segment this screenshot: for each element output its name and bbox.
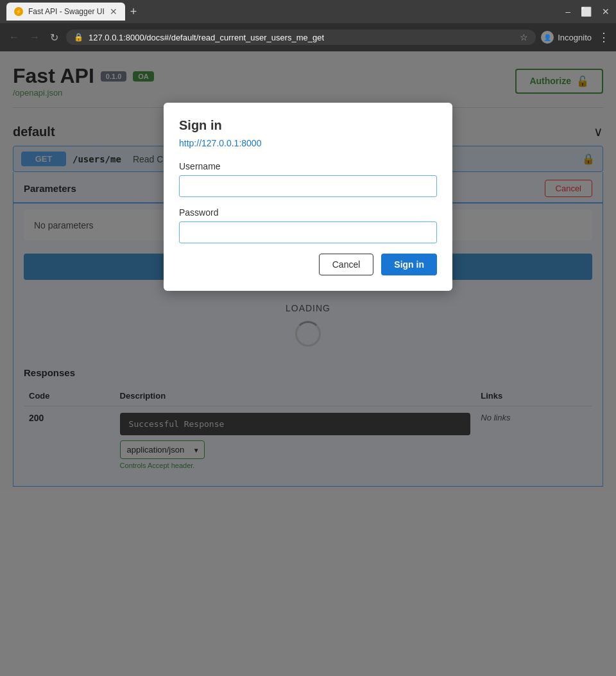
tab-title: Fast API - Swagger UI (28, 7, 105, 16)
modal-actions: Cancel Sign in (179, 254, 437, 275)
incognito-icon: 👤 (541, 31, 554, 44)
page-content: Fast API 0.1.0 OA /openapi.json Authoriz… (0, 51, 616, 676)
username-input[interactable] (179, 175, 437, 197)
username-label: Username (179, 161, 437, 171)
incognito-label: Incognito (558, 33, 592, 42)
new-tab-button[interactable]: + (130, 5, 137, 19)
incognito-area: 👤 Incognito ⋮ (541, 30, 610, 44)
modal-cancel-button[interactable]: Cancel (319, 254, 374, 275)
browser-chrome: ⚡ Fast API - Swagger UI ✕ + – ⬜ ✕ ← → ↻ … (0, 0, 616, 51)
maximize-button[interactable]: ⬜ (581, 6, 592, 17)
window-controls: – ⬜ ✕ (565, 6, 610, 17)
modal-title: Sign in (179, 118, 437, 133)
browser-tab[interactable]: ⚡ Fast API - Swagger UI ✕ (6, 3, 125, 21)
username-field: Username (179, 161, 437, 197)
modal-overlay: Sign in http://127.0.0.1:8000 Username P… (0, 51, 616, 676)
tab-close-button[interactable]: ✕ (110, 6, 117, 17)
forward-button[interactable]: → (27, 29, 42, 46)
password-input[interactable] (179, 221, 437, 243)
address-bar: ← → ↻ 🔒 127.0.0.1:8000/docs#/default/rea… (0, 23, 616, 51)
back-button[interactable]: ← (6, 29, 22, 46)
modal-url: http://127.0.0.1:8000 (179, 138, 437, 148)
address-lock-icon: 🔒 (74, 33, 83, 42)
modal-signin-button[interactable]: Sign in (381, 254, 437, 275)
close-window-button[interactable]: ✕ (602, 6, 610, 17)
browser-menu-button[interactable]: ⋮ (598, 30, 610, 44)
sign-in-modal: Sign in http://127.0.0.1:8000 Username P… (164, 103, 452, 291)
tab-favicon: ⚡ (14, 7, 23, 16)
password-label: Password (179, 207, 437, 218)
address-input-wrap[interactable]: 🔒 127.0.0.1:8000/docs#/default/read_curr… (66, 30, 536, 45)
reload-button[interactable]: ↻ (47, 29, 61, 46)
password-field: Password (179, 207, 437, 243)
address-url: 127.0.0.1:8000/docs#/default/read_curren… (89, 33, 515, 42)
title-bar: ⚡ Fast API - Swagger UI ✕ + – ⬜ ✕ (0, 0, 616, 23)
minimize-button[interactable]: – (565, 6, 570, 17)
bookmark-icon[interactable]: ☆ (520, 32, 528, 42)
